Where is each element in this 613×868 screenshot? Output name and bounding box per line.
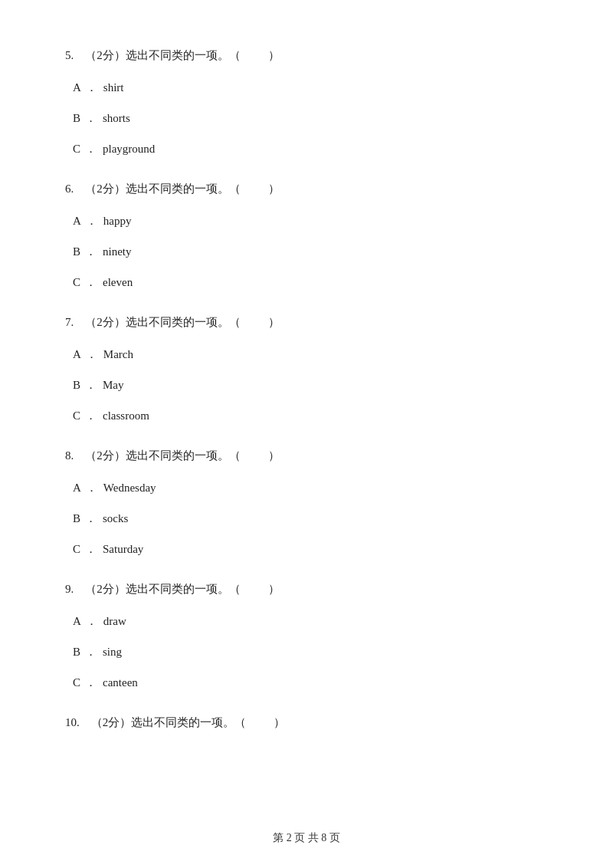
option-letter-8-C: C xyxy=(73,543,80,555)
option-letter-9-C: C xyxy=(73,676,80,689)
option-text-6-B: ninety xyxy=(103,245,132,258)
option-letter-5-A: A xyxy=(73,81,81,94)
page-content: 5. （2分）选出不同类的一项。（ ）A．shirtB．shortsC．play… xyxy=(0,0,613,799)
question-title-8: 8. （2分）选出不同类的一项。（ ） xyxy=(65,446,548,465)
footer-text: 第 2 页 共 8 页 xyxy=(273,832,340,843)
option-8-A: A．Wednesday xyxy=(65,478,548,497)
option-text-8-B: socks xyxy=(103,512,128,524)
question-9: 9. （2分）选出不同类的一项。（ ）A．drawB．singC．canteen xyxy=(65,580,548,692)
option-text-5-B: shorts xyxy=(103,112,130,124)
answer-blank-10 xyxy=(246,713,274,732)
option-7-B: B．May xyxy=(65,376,548,394)
option-dot-5-A: ． xyxy=(86,81,97,94)
question-number-9: 9. （2分）选出不同类的一项。（ xyxy=(65,583,241,595)
option-letter-9-A: A xyxy=(73,615,81,627)
question-6: 6. （2分）选出不同类的一项。（ ）A．happyB．ninetyC．elev… xyxy=(65,179,548,291)
option-dot-8-B: ． xyxy=(85,512,97,524)
question-8: 8. （2分）选出不同类的一项。（ ）A．WednesdayB．socksC．S… xyxy=(65,446,548,558)
option-dot-7-C: ． xyxy=(85,409,97,422)
option-9-C: C．canteen xyxy=(65,673,548,692)
option-text-9-B: sing xyxy=(103,646,122,658)
answer-blank-6 xyxy=(241,179,268,198)
option-8-B: B．socks xyxy=(65,509,548,528)
option-letter-7-B: B xyxy=(73,379,80,391)
option-letter-7-C: C xyxy=(73,409,80,422)
answer-blank-8 xyxy=(241,446,268,465)
option-text-7-B: May xyxy=(103,379,124,391)
option-text-5-A: shirt xyxy=(103,81,124,94)
option-9-B: B．sing xyxy=(65,643,548,661)
option-dot-5-B: ． xyxy=(85,112,97,124)
option-letter-6-A: A xyxy=(73,215,81,227)
answer-blank-7 xyxy=(241,313,268,331)
question-title-6: 6. （2分）选出不同类的一项。（ ） xyxy=(65,179,548,198)
option-letter-6-B: B xyxy=(73,245,80,258)
option-dot-6-A: ． xyxy=(86,215,97,227)
option-letter-8-A: A xyxy=(73,482,81,494)
option-text-9-C: canteen xyxy=(103,676,138,689)
option-5-B: B．shorts xyxy=(65,109,548,127)
option-7-C: C．classroom xyxy=(65,406,548,425)
question-close-7: ） xyxy=(268,316,280,328)
question-5: 5. （2分）选出不同类的一项。（ ）A．shirtB．shortsC．play… xyxy=(65,46,548,158)
question-title-5: 5. （2分）选出不同类的一项。（ ） xyxy=(65,46,548,64)
option-letter-7-A: A xyxy=(73,348,81,360)
option-text-5-C: playground xyxy=(103,143,155,155)
option-dot-7-A: ． xyxy=(86,348,97,360)
question-close-8: ） xyxy=(268,449,280,462)
option-letter-9-B: B xyxy=(73,646,80,658)
option-text-7-C: classroom xyxy=(103,409,149,422)
question-number-10: 10. （2分）选出不同类的一项。（ xyxy=(65,716,246,728)
question-close-9: ） xyxy=(268,583,280,595)
option-letter-5-B: B xyxy=(73,112,80,124)
option-dot-8-A: ． xyxy=(86,482,97,494)
option-letter-5-C: C xyxy=(73,143,80,155)
option-9-A: A．draw xyxy=(65,612,548,630)
question-number-8: 8. （2分）选出不同类的一项。（ xyxy=(65,449,241,462)
option-5-A: A．shirt xyxy=(65,78,548,97)
option-6-C: C．eleven xyxy=(65,273,548,291)
question-title-10: 10. （2分）选出不同类的一项。（ ） xyxy=(65,713,548,732)
option-text-7-A: March xyxy=(103,348,133,360)
option-text-8-A: Wednesday xyxy=(103,482,156,494)
option-text-6-A: happy xyxy=(103,215,132,227)
option-letter-6-C: C xyxy=(73,276,80,288)
question-close-6: ） xyxy=(268,182,280,195)
option-6-A: A．happy xyxy=(65,212,548,230)
option-dot-9-C: ． xyxy=(85,676,97,689)
option-dot-8-C: ． xyxy=(85,543,97,555)
question-10: 10. （2分）选出不同类的一项。（ ） xyxy=(65,713,548,732)
option-6-B: B．ninety xyxy=(65,242,548,261)
question-7: 7. （2分）选出不同类的一项。（ ）A．MarchB．MayC．classro… xyxy=(65,313,548,425)
question-close-10: ） xyxy=(274,716,285,728)
question-number-7: 7. （2分）选出不同类的一项。（ xyxy=(65,316,241,328)
option-5-C: C．playground xyxy=(65,140,548,158)
question-close-5: ） xyxy=(268,49,280,61)
option-dot-6-C: ． xyxy=(85,276,97,288)
option-text-6-C: eleven xyxy=(103,276,133,288)
option-dot-9-A: ． xyxy=(86,615,97,627)
option-dot-6-B: ． xyxy=(85,245,97,258)
option-text-9-A: draw xyxy=(103,615,126,627)
question-number-5: 5. （2分）选出不同类的一项。（ xyxy=(65,49,241,61)
option-dot-7-B: ． xyxy=(85,379,97,391)
option-7-A: A．March xyxy=(65,345,548,363)
option-text-8-C: Saturday xyxy=(103,543,143,555)
question-title-9: 9. （2分）选出不同类的一项。（ ） xyxy=(65,580,548,598)
question-number-6: 6. （2分）选出不同类的一项。（ xyxy=(65,182,241,195)
option-8-C: C．Saturday xyxy=(65,540,548,558)
answer-blank-5 xyxy=(241,46,268,64)
answer-blank-9 xyxy=(241,580,268,598)
page-footer: 第 2 页 共 8 页 xyxy=(0,831,613,845)
question-title-7: 7. （2分）选出不同类的一项。（ ） xyxy=(65,313,548,331)
option-letter-8-B: B xyxy=(73,512,80,524)
option-dot-9-B: ． xyxy=(85,646,97,658)
option-dot-5-C: ． xyxy=(85,143,97,155)
